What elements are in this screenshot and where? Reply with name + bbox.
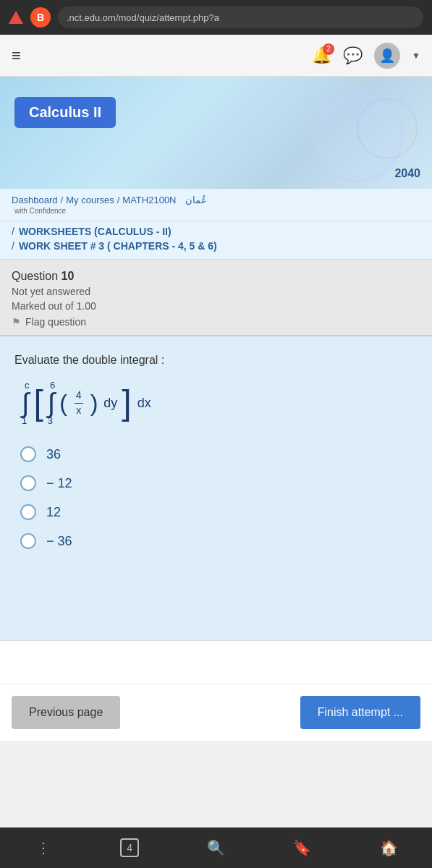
breadcrumb-sep1: / (61, 195, 64, 205)
frac-numerator: 4 (75, 388, 83, 404)
breadcrumb-row: Dashboard / My courses / MATH2100N عُمان (12, 195, 420, 205)
option-3[interactable]: 12 (20, 504, 418, 520)
system-nav: ⋮ 4 🔍 🔖 🏠 (0, 827, 432, 868)
bottom-buttons: Previous page Finish attempt ... (0, 684, 432, 741)
inner-integral-symbol: ∫ (48, 391, 55, 415)
question-marks: Marked out of 1.00 (12, 300, 420, 312)
question-status: Not yet answered (12, 286, 420, 297)
radio-3[interactable] (20, 504, 36, 520)
breadcrumb-my-courses[interactable]: My courses (66, 195, 114, 205)
question-number: Question 10 (12, 270, 420, 283)
tab-switcher-button[interactable]: 4 (111, 833, 148, 862)
chat-icon: 💬 (343, 46, 363, 64)
breadcrumb-dashboard[interactable]: Dashboard (12, 195, 58, 205)
bookmark-icon: 🔖 (293, 839, 311, 856)
hero-banner: Calculus II 2040 (0, 77, 432, 189)
search-icon: 🔍 (207, 839, 225, 856)
nav-icons: 🔔 2 💬 👤 ▼ (312, 43, 420, 69)
worksheet-item-2[interactable]: / WORK SHEET # 3 ( CHAPTERS - 4, 5 & 6) (12, 239, 420, 253)
more-options-icon: ⋮ (36, 839, 51, 856)
oman-badge: 2040 (394, 167, 420, 180)
dropdown-arrow-icon[interactable]: ▼ (412, 51, 420, 61)
home-icon: 🏠 (380, 839, 398, 856)
question-num-value: 10 (62, 270, 75, 282)
frac-denominator: x (75, 404, 82, 418)
option-1[interactable]: 36 (20, 446, 418, 462)
worksheet-item-1-label: WORKSHEETS (CALCULUS - II) (19, 226, 171, 237)
flag-question-button[interactable]: ⚑ Flag question (12, 316, 420, 328)
option-2-label: − 12 (46, 476, 72, 491)
worksheet-nav: / WORKSHEETS (CALCULUS - II) / WORK SHEE… (0, 221, 432, 260)
dy-text: dy (103, 396, 117, 411)
question-header: Question 10 Not yet answered Marked out … (0, 260, 432, 336)
browser-bar: B .nct.edu.om/mod/quiz/attempt.php?a (0, 0, 432, 35)
notification-button[interactable]: 🔔 2 (312, 46, 331, 65)
option-3-label: 12 (46, 505, 61, 520)
chat-button[interactable]: 💬 (343, 46, 363, 65)
brave-icon: B (30, 7, 51, 27)
fraction: 4 x (75, 388, 83, 417)
right-bracket: ] (122, 386, 131, 420)
math-expression: c ∫ 1 [ 6 ∫ 3 ( 4 x ) dy ] dx (14, 380, 418, 426)
course-badge: Calculus II (14, 97, 116, 128)
option-1-label: 36 (46, 447, 61, 462)
left-paren: ( (59, 390, 67, 417)
notification-badge: 2 (323, 43, 334, 55)
with-confidence-text: with Confidence (12, 207, 420, 215)
breadcrumb-arabic: عُمان (185, 195, 207, 205)
hamburger-menu[interactable]: ≡ (12, 46, 21, 65)
spacer (0, 640, 432, 684)
worksheet-item-2-label: WORK SHEET # 3 ( CHAPTERS - 4, 5 & 6) (19, 240, 217, 252)
flag-question-label: Flag question (25, 316, 86, 328)
option-4-label: − 36 (46, 534, 72, 549)
option-4[interactable]: − 36 (20, 533, 418, 549)
inner-lower: 3 (48, 415, 53, 426)
oman-year: 2040 (394, 167, 420, 180)
left-bracket: [ (33, 386, 43, 420)
outer-integral-symbol: ∫ (22, 391, 29, 415)
avatar-icon: 👤 (379, 48, 395, 64)
option-2[interactable]: − 12 (20, 475, 418, 491)
answer-options: 36 − 12 12 − 36 (14, 446, 418, 549)
previous-page-button[interactable]: Previous page (12, 696, 120, 729)
radio-2[interactable] (20, 475, 36, 491)
question-content: Evaluate the double integral : c ∫ 1 [ 6… (0, 336, 432, 640)
radio-4[interactable] (20, 533, 36, 549)
bookmark-button[interactable]: 🔖 (284, 833, 321, 862)
worksheet-item-1[interactable]: / WORKSHEETS (CALCULUS - II) (12, 224, 420, 239)
url-bar[interactable]: .nct.edu.om/mod/quiz/attempt.php?a (58, 7, 423, 28)
breadcrumb-sep2: / (117, 195, 120, 205)
search-button[interactable]: 🔍 (198, 833, 234, 862)
more-options-button[interactable]: ⋮ (25, 833, 62, 862)
question-text: Evaluate the double integral : (14, 354, 418, 367)
outer-lower: 1 (22, 415, 27, 426)
url-text: .nct.edu.om/mod/quiz/attempt.php?a (67, 12, 219, 23)
flag-icon: ⚑ (12, 316, 21, 328)
top-nav: ≡ 🔔 2 💬 👤 ▼ (0, 35, 432, 77)
breadcrumb-course-code[interactable]: MATH2100N (122, 195, 176, 205)
avatar[interactable]: 👤 (374, 43, 400, 69)
breadcrumb: Dashboard / My courses / MATH2100N عُمان… (0, 189, 432, 221)
dx-text: dx (137, 396, 151, 411)
tab-count: 4 (120, 838, 139, 857)
radio-1[interactable] (20, 446, 36, 462)
browser-logo-triangle (9, 11, 23, 24)
finish-attempt-button[interactable]: Finish attempt ... (300, 696, 420, 729)
right-paren: ) (90, 390, 98, 417)
home-button[interactable]: 🏠 (370, 833, 407, 862)
